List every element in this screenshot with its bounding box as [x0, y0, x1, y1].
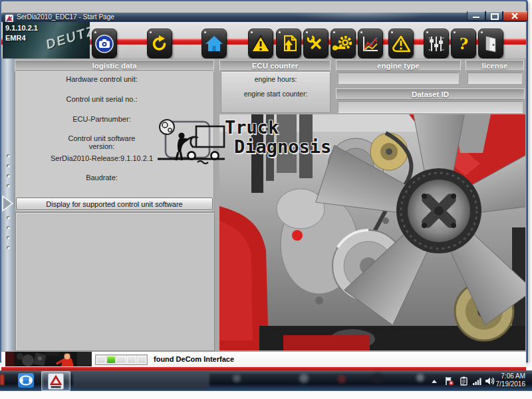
taskbar-clock[interactable]: 7:06 AM 7/19/2016: [477, 372, 525, 388]
service-settings-icon: [332, 34, 354, 54]
label-hardware-control-unit: Hardware control unit:: [22, 75, 182, 83]
splitter-dot: [7, 154, 10, 158]
engine-model: EMR4: [5, 34, 26, 42]
taskbar-blur-blob: [416, 374, 424, 382]
splitter-dot: [7, 174, 10, 178]
deutz-photo: DEUTZ 9.1.10.2.1 EMR4: [3, 22, 90, 59]
logistic-data-header: logistic data: [15, 60, 214, 71]
camera-icon: [94, 34, 114, 54]
label-baudrate: Baudrate:: [22, 174, 182, 182]
background-window-preview[interactable]: [73, 372, 209, 389]
toolbar-button-measurement-chart[interactable]: [358, 29, 383, 59]
dataset-id-field[interactable]: [338, 101, 523, 113]
license-field[interactable]: [467, 72, 522, 84]
taskbar-blur-blob: [299, 374, 309, 383]
teamviewer-icon: [17, 372, 35, 388]
help-icon: ?: [458, 34, 469, 53]
home-icon: [204, 34, 224, 54]
toolbar-button-flash-program[interactable]: [276, 29, 301, 59]
clock-date: 7/19/2016: [477, 380, 525, 388]
start-orb-fragment[interactable]: [0, 374, 4, 385]
close-icon: [511, 13, 519, 19]
taskbar-blur-blob: [338, 375, 346, 383]
label-control-unit-serial: Control unit serial no.:: [22, 95, 182, 103]
toolbar-button-parameters[interactable]: [424, 29, 449, 59]
refresh-icon: [150, 34, 170, 54]
taskbar-blur-blob: [233, 374, 241, 382]
splitter-dot: [7, 164, 10, 168]
progress-segment: [96, 356, 106, 364]
toolbar-button-service-settings[interactable]: [331, 29, 356, 59]
desktop-bottom-strip: [0, 391, 532, 399]
toolbar-button-camera[interactable]: [92, 29, 117, 59]
splitter-dot: [7, 236, 10, 239]
splitter-dot: [7, 226, 10, 229]
dataset-id-header: Dataset ID: [336, 88, 525, 100]
toolbar-button-exit[interactable]: [478, 29, 503, 59]
license-header: license: [466, 60, 524, 71]
clipboard-tray-icon[interactable]: [459, 376, 469, 386]
toolbar-button-help[interactable]: ?: [451, 29, 476, 59]
watermark-line2: Diagnosis: [234, 137, 331, 156]
maximize-button[interactable]: [485, 11, 503, 21]
ecu-counter-header: ECU counter: [219, 60, 331, 71]
progress-segment: [127, 356, 136, 364]
truck-diagnosis-logo-icon: [156, 118, 226, 166]
titlebar-glass: [287, 13, 434, 22]
desktop: SerDia2010_EDC17 - Start Page DEUTZ 9.1.…: [0, 0, 532, 399]
minimize-icon: [473, 17, 479, 18]
splitter-expand-arrow[interactable]: [2, 195, 14, 215]
progress-segment-active: [106, 356, 116, 364]
toolbar-button-refresh[interactable]: [147, 29, 172, 59]
warning-icon: [250, 34, 271, 54]
label-engine-hours: engine hours:: [221, 75, 330, 83]
action-center-flag-icon[interactable]: [444, 376, 454, 386]
truck-diagnosis-watermark: Truck Diagnosis: [156, 118, 329, 168]
chart-icon: [360, 34, 380, 54]
logistic-data-empty-area: [15, 212, 215, 351]
splitter-dot: [7, 184, 10, 188]
taskbar-item-teamviewer[interactable]: [15, 371, 37, 390]
progress-segment: [116, 356, 126, 364]
app-icon: [5, 13, 13, 21]
brand-text: DEUTZ: [46, 23, 90, 53]
display-supported-software-button[interactable]: Display for supported control unit softw…: [16, 198, 213, 210]
minimize-button[interactable]: [467, 11, 485, 21]
connection-progress-bar: [95, 354, 148, 365]
progress-segment: [137, 356, 146, 364]
tools-icon: [306, 34, 326, 54]
watermark-line1: Truck: [225, 118, 331, 137]
serdia-deutz-icon: [48, 373, 64, 390]
toolbar-button-error-memory[interactable]: [388, 29, 414, 59]
toolbar-button-home[interactable]: [201, 29, 227, 59]
label-engine-start-counter: engine start counter:: [221, 90, 330, 98]
window-title: SerDia2010_EDC17 - Start Page: [17, 13, 114, 22]
status-message: found DeCom Interface: [154, 355, 234, 363]
exit-door-icon: [481, 34, 501, 54]
clock-time: 7:06 AM: [477, 372, 525, 380]
release-version: 9.1.10.2.1: [5, 24, 38, 32]
taskbar-item-serdia[interactable]: [41, 371, 70, 391]
ecu-counter-panel: engine hours: engine start counter:: [221, 72, 331, 113]
toolbar-button-tools[interactable]: [303, 29, 329, 59]
splitter-dot: [7, 246, 10, 249]
toolbar-button-warning[interactable]: [248, 29, 273, 59]
parameters-icon: [426, 34, 446, 54]
splitter-dot: [7, 216, 10, 219]
engine-type-field[interactable]: [338, 72, 459, 84]
mechanic-photo: [5, 352, 92, 366]
engine-type-header: engine type: [336, 60, 461, 71]
show-hidden-icons-arrow[interactable]: [432, 380, 437, 383]
close-button[interactable]: [503, 11, 528, 21]
flash-program-icon: [279, 34, 299, 54]
taskbar-blur-blob: [372, 373, 383, 384]
error-memory-icon: [390, 34, 412, 54]
maximize-icon: [491, 13, 499, 20]
